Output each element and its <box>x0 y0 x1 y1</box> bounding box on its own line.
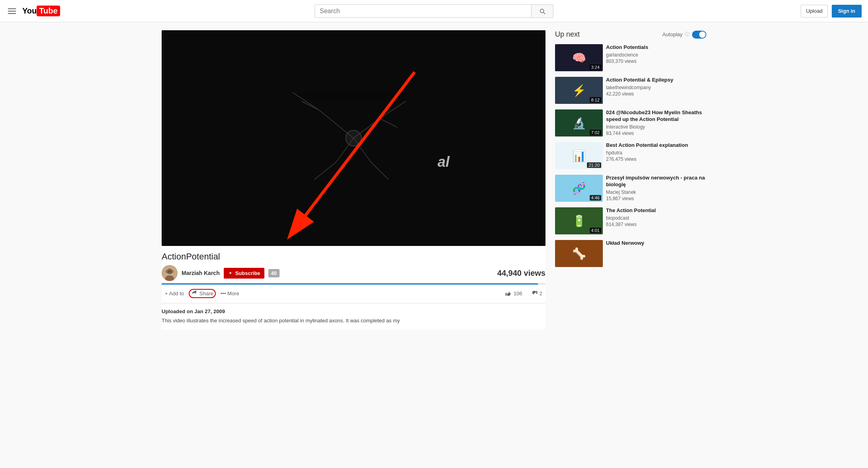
sidebar-thumb-3: 📊 21:20 <box>555 142 603 169</box>
svg-line-6 <box>380 101 406 119</box>
subscribe-button[interactable]: Subscribe <box>224 268 264 279</box>
sidebar-video-item[interactable]: 📊 21:20 Best Action Potential explanatio… <box>555 142 706 169</box>
sidebar-title-0: Action Potentials <box>606 44 706 51</box>
sidebar-channel-0: garlandscience <box>606 52 706 58</box>
avatar[interactable] <box>162 265 178 281</box>
thumb-bg-6: 🦴 <box>555 240 603 267</box>
sidebar-meta-2: 024 @Nicodube23 How Myelin Sheaths speed… <box>606 109 706 136</box>
sidebar-thumb-2: 🔬 7:02 <box>555 109 603 136</box>
youtube-logo[interactable]: YouTube <box>22 6 60 16</box>
toggle-knob <box>699 31 706 38</box>
header: YouTube Upload Sign in <box>0 0 868 22</box>
sidebar-video-item[interactable]: 🧬 4:46 Przesył impulsów nerwowych - prac… <box>555 175 706 202</box>
signin-button[interactable]: Sign in <box>832 5 862 18</box>
subscribe-count: 40 <box>268 269 280 277</box>
video-info: ActionPotential Marziah Karch <box>162 246 545 303</box>
logo-you-text: You <box>22 6 37 16</box>
up-next-header: Up next Autoplay ⓘ <box>555 30 706 39</box>
logo-tube-text: Tube <box>37 6 60 16</box>
dislike-button[interactable]: 2 <box>528 288 545 299</box>
sidebar-channel-1: takethewindcompany <box>606 85 706 90</box>
sidebar-video-item[interactable]: 🔋 4:01 The Action Potential biopodcast 6… <box>555 207 706 234</box>
description-text: This video illustrates the increased spe… <box>162 317 545 325</box>
sidebar-title-1: Action Potential & Epilepsy <box>606 77 706 84</box>
header-left: YouTube <box>6 6 86 16</box>
autoplay-row: Autoplay ⓘ <box>662 31 706 39</box>
sidebar-channel-2: Interactive Biology <box>606 124 706 130</box>
sidebar-video-item[interactable]: 🧠 3:24 Action Potentials garlandscience … <box>555 44 706 71</box>
channel-name[interactable]: Marziah Karch <box>182 270 220 276</box>
sidebar-channel-4: Maciej Stanek <box>606 189 706 195</box>
sidebar-views-5: 614,387 views <box>606 222 706 227</box>
video-player[interactable]: al <box>162 30 545 246</box>
thumb-duration-0: 3:24 <box>590 64 601 70</box>
youtube-icon-small <box>228 271 233 275</box>
sidebar-meta-0: Action Potentials garlandscience 803,370… <box>606 44 706 71</box>
add-to-button[interactable]: + Add to <box>162 288 187 299</box>
action-row: + Add to Share ••• More <box>162 288 545 299</box>
sidebar-title-4: Przesył impulsów nerwowych - praca na bi… <box>606 175 706 188</box>
like-button[interactable]: 106 <box>502 288 526 299</box>
search-icon <box>539 8 546 15</box>
autoplay-info-icon[interactable]: ⓘ <box>685 31 690 38</box>
sidebar-title-5: The Action Potential <box>606 207 706 214</box>
thumb-duration-1: 8:12 <box>590 97 601 103</box>
sidebar-meta-5: The Action Potential biopodcast 614,387 … <box>606 207 706 234</box>
sidebar-meta-1: Action Potential & Epilepsy takethewindc… <box>606 77 706 104</box>
thumb-duration-2: 7:02 <box>590 130 601 135</box>
svg-point-10 <box>346 130 361 146</box>
sidebar-views-2: 83,744 views <box>606 131 706 136</box>
svg-line-9 <box>371 162 389 179</box>
search-button[interactable] <box>531 4 553 18</box>
sidebar-views-4: 15,867 views <box>606 196 706 201</box>
sidebar: Up next Autoplay ⓘ 🧠 3:24 Action Potenti… <box>555 30 706 330</box>
video-background: al <box>162 30 545 246</box>
up-next-label: Up next <box>555 30 580 39</box>
sidebar-video-item[interactable]: 🔬 7:02 024 @Nicodube23 How Myelin Sheath… <box>555 109 706 136</box>
channel-row: Marziah Karch Subscribe 40 44,940 views <box>162 265 545 281</box>
sidebar-views-3: 276,475 views <box>606 156 706 162</box>
sidebar-meta-4: Przesył impulsów nerwowych - praca na bi… <box>606 175 706 202</box>
autoplay-toggle[interactable] <box>692 31 706 39</box>
upload-button[interactable]: Upload <box>801 5 827 18</box>
thumbsdown-icon <box>531 290 538 296</box>
menu-icon[interactable] <box>6 7 18 16</box>
thumb-duration-5: 4:01 <box>590 228 601 233</box>
autoplay-label: Autoplay <box>662 31 682 37</box>
thumb-duration-4: 4:46 <box>590 195 601 201</box>
sidebar-videos-list: 🧠 3:24 Action Potentials garlandscience … <box>555 44 706 267</box>
sidebar-video-item[interactable]: ⚡ 8:12 Action Potential & Epilepsy taket… <box>555 77 706 104</box>
sidebar-meta-3: Best Action Potential explanation hpdutr… <box>606 142 706 169</box>
upload-date: Uploaded on Jan 27, 2009 <box>162 308 545 314</box>
share-label: Share <box>199 291 213 296</box>
sidebar-title-6: Układ Nerwowy <box>606 240 706 247</box>
like-bar-fill <box>162 283 538 285</box>
svg-line-2 <box>301 101 319 110</box>
like-bar <box>162 283 545 285</box>
svg-line-1 <box>293 92 319 110</box>
video-title: ActionPotential <box>162 252 545 262</box>
neuron-svg <box>162 30 545 246</box>
share-button[interactable]: Share <box>189 289 216 298</box>
avatar-image <box>162 265 178 281</box>
sidebar-views-0: 803,370 views <box>606 58 706 64</box>
views-count: 44,940 views <box>497 269 545 278</box>
likes-count: 106 <box>514 291 522 296</box>
search-input[interactable] <box>315 4 531 18</box>
sidebar-thumb-0: 🧠 3:24 <box>555 44 603 71</box>
description-section: Uploaded on Jan 27, 2009 This video illu… <box>162 303 545 330</box>
sidebar-thumb-4: 🧬 4:46 <box>555 175 603 202</box>
search-bar <box>315 4 553 18</box>
sidebar-title-2: 024 @Nicodube23 How Myelin Sheaths speed… <box>606 109 706 123</box>
svg-line-7 <box>380 119 397 127</box>
main-layout: al <box>155 22 713 337</box>
sidebar-channel-5: biopodcast <box>606 215 706 221</box>
more-button[interactable]: ••• More <box>217 288 242 299</box>
sidebar-title-3: Best Action Potential explanation <box>606 142 706 149</box>
sidebar-video-item[interactable]: 🦴 Układ Nerwowy <box>555 240 706 267</box>
sidebar-thumb-6: 🦴 <box>555 240 603 267</box>
sidebar-thumb-5: 🔋 4:01 <box>555 207 603 234</box>
video-section: al <box>162 30 545 330</box>
sidebar-thumb-1: ⚡ 8:12 <box>555 77 603 104</box>
video-text-overlay: al <box>438 154 450 170</box>
